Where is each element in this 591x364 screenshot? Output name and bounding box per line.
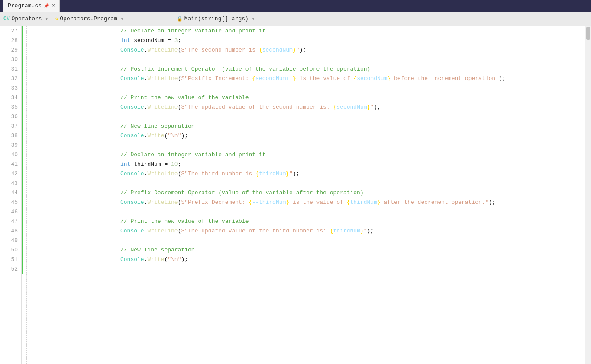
ln-46: 46 [3, 207, 18, 216]
ln-34: 34 [3, 93, 18, 102]
class-label: Operators.Program [60, 16, 117, 22]
code-line-28: int secondNum = 3 ; [36, 35, 585, 45]
code-line-29: Console . WriteLine ( $"The second numbe… [36, 45, 585, 55]
code-line-35: Console . WriteLine ( $"The updated valu… [36, 102, 585, 112]
code-line-43 [36, 178, 585, 188]
tab-filename: Program.cs [8, 3, 42, 9]
code-line-31: // Postfix Increment Operator (value of … [36, 64, 585, 74]
code-line-27: // Declare an integer variable and print… [36, 26, 585, 35]
close-icon[interactable]: × [52, 3, 55, 9]
ln-39: 39 [3, 140, 18, 150]
ln-27: 27 [3, 26, 18, 35]
gutter-1 [23, 26, 27, 364]
namespace-label: Operators [11, 16, 42, 22]
class-icon: ⚙ [55, 16, 58, 22]
code-line-42: Console . WriteLine ( $"The third number… [36, 169, 585, 178]
pin-icon: 📌 [44, 3, 49, 9]
gutter-2 [27, 26, 30, 364]
ln-43: 43 [3, 178, 18, 188]
ln-52: 52 [3, 264, 18, 274]
method-arrow: ▾ [252, 16, 255, 22]
code-line-45: Console . WriteLine ( $"Prefix Decrement… [36, 197, 585, 207]
code-line-38: Console . Write ( "\n" ); [36, 131, 585, 140]
ln-41: 41 [3, 159, 18, 169]
file-tab[interactable]: Program.cs 📌 × [3, 0, 60, 12]
ln-49: 49 [3, 235, 18, 245]
code-line-36 [36, 112, 585, 121]
ln-44: 44 [3, 188, 18, 197]
ln-31: 31 [3, 64, 18, 74]
code-line-40: // Declare an integer variable and print… [36, 150, 585, 159]
code-line-51: Console . Write ( "\n" ); [36, 254, 585, 264]
ln-29: 29 [3, 45, 18, 55]
code-line-39 [36, 140, 585, 150]
ln-35: 35 [3, 102, 18, 112]
code-line-47: // Print the new value of the variable [36, 216, 585, 226]
ln-37: 37 [3, 121, 18, 131]
code-line-32: Console . WriteLine ( $"Postfix Incremen… [36, 74, 585, 83]
ln-40: 40 [3, 150, 18, 159]
ln-36: 36 [3, 112, 18, 121]
editor-toolbar: C# Operators ▾ ⚙ Operators.Program ▾ 🔒 M… [0, 12, 591, 26]
ln-51: 51 [3, 254, 18, 264]
namespace-arrow: ▾ [45, 16, 48, 22]
ln-32: 32 [3, 74, 18, 83]
code-line-50: // New line separation [36, 245, 585, 254]
title-bar: Program.cs 📌 × [0, 0, 591, 12]
ln-50: 50 [3, 245, 18, 254]
code-line-44: // Prefix Decrement Operator (value of t… [36, 188, 585, 197]
code-line-34: // Print the new value of the variable [36, 93, 585, 102]
editor-area: 27 28 29 30 31 32 33 34 35 36 37 38 39 4… [0, 26, 591, 364]
ln-38: 38 [3, 131, 18, 140]
code-content[interactable]: // Declare an integer variable and print… [30, 26, 585, 364]
code-line-49 [36, 235, 585, 245]
class-arrow: ▾ [121, 16, 123, 22]
namespace-dropdown[interactable]: C# Operators ▾ [0, 12, 52, 26]
ln-28: 28 [3, 35, 18, 45]
ln-45: 45 [3, 197, 18, 207]
code-line-46 [36, 207, 585, 216]
vertical-scrollbar[interactable] [585, 26, 591, 364]
code-line-33 [36, 83, 585, 93]
code-line-41: int thirdNum = 10 ; [36, 159, 585, 169]
code-line-48: Console . WriteLine ( $"The updated valu… [36, 226, 585, 235]
code-line-30 [36, 55, 585, 64]
code-line-37: // New line separation [36, 121, 585, 131]
line-numbers: 27 28 29 30 31 32 33 34 35 36 37 38 39 4… [0, 26, 22, 364]
ln-30: 30 [3, 55, 18, 64]
csharp-icon: C# [3, 16, 10, 22]
ln-47: 47 [3, 216, 18, 226]
method-icon: 🔒 [177, 16, 183, 22]
method-dropdown[interactable]: 🔒 Main(string[] args) ▾ [173, 12, 303, 26]
class-dropdown[interactable]: ⚙ Operators.Program ▾ [52, 12, 173, 26]
ln-33: 33 [3, 83, 18, 93]
ln-48: 48 [3, 226, 18, 235]
method-label: Main(string[] args) [184, 16, 249, 22]
code-line-52 [36, 264, 585, 274]
ln-42: 42 [3, 169, 18, 178]
